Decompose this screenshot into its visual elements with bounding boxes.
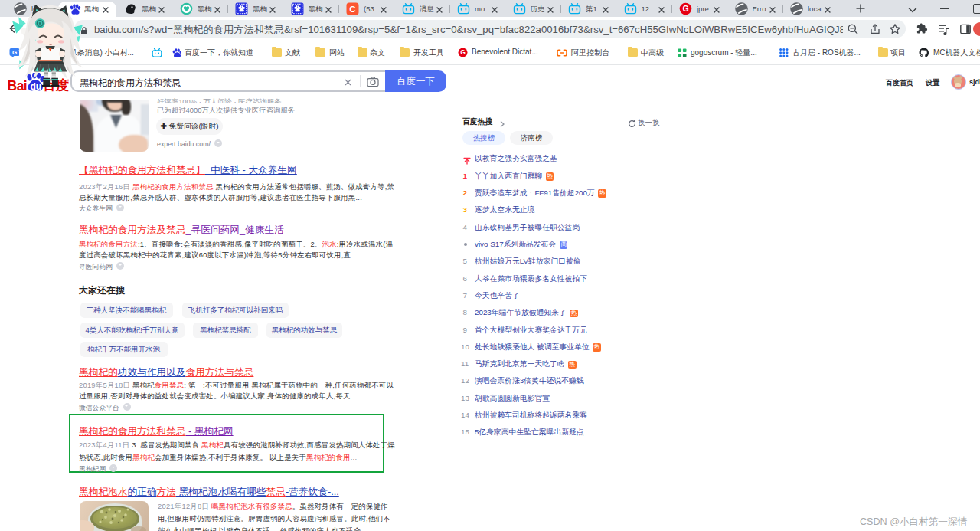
svg-text:G: G [682, 4, 688, 13]
svg-text:C: C [349, 4, 355, 13]
svg-text:G: G [460, 48, 466, 56]
